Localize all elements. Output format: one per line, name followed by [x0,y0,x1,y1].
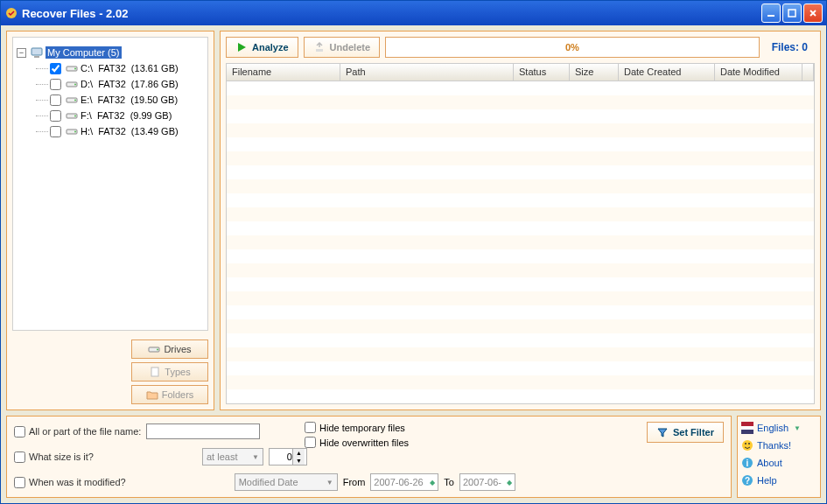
drive-label: C:\ FAT32 (13.61 GB) [81,63,179,74]
svg-point-19 [745,443,746,444]
close-button[interactable] [803,4,823,23]
link-language[interactable]: English ▼ [741,422,816,434]
svg-point-18 [742,440,753,451]
filter-icon [656,426,669,438]
col-size[interactable]: Size [570,64,619,80]
undelete-icon [313,41,326,53]
filter-name-input[interactable] [146,424,260,439]
date-to-input[interactable]: 2007-06-◆ [459,473,515,491]
drive-icon [65,108,79,122]
collapse-icon[interactable]: − [17,48,26,58]
modified-date-combo[interactable]: Modified Date▼ [235,473,338,491]
hide-over-check[interactable] [305,437,316,448]
svg-point-12 [74,116,76,117]
tab-drives[interactable]: Drives [131,340,208,359]
drive-check[interactable] [50,110,61,122]
filter-size-check[interactable] [14,452,25,463]
set-filter-button[interactable]: Set Filter [647,422,724,443]
drive-row[interactable]: F:\ FAT32 (9.99 GB) [36,108,204,123]
date-from-input[interactable]: 2007-06-26◆ [370,473,438,491]
grid-header[interactable]: Filename Path Status Size Date Created D… [227,64,814,81]
undelete-button[interactable]: Undelete [304,37,380,58]
col-spacer [802,64,814,80]
svg-point-8 [74,84,76,86]
drive-icon [65,61,79,75]
size-value-spin[interactable]: ▲▼ [269,448,307,466]
size-value-input[interactable] [270,452,292,462]
hide-over-label[interactable]: Hide overwritten files [305,437,409,448]
svg-rect-1 [767,15,774,17]
link-thanks[interactable]: Thanks! [741,439,816,452]
spin-down-icon[interactable]: ▼ [292,457,305,465]
drive-tree[interactable]: − My Computer (5) C:\ FAT32 (13.61 GB)D:… [12,37,208,331]
drive-label: H:\ FAT32 (13.49 GB) [81,126,179,136]
drive-row[interactable]: H:\ FAT32 (13.49 GB) [36,123,204,139]
minimize-button[interactable] [761,4,781,23]
chevron-down-icon: ▼ [252,453,259,461]
info-icon: i [741,457,753,469]
drive-label: D:\ FAT32 (17.86 GB) [81,79,179,89]
svg-rect-4 [34,56,39,58]
svg-point-16 [157,349,158,351]
grid-body[interactable] [227,81,814,403]
results-grid[interactable]: Filename Path Status Size Date Created D… [226,63,815,404]
col-date-modified[interactable]: Date Modified [715,64,802,80]
svg-point-10 [74,100,76,102]
drive-icon [65,77,79,91]
tab-types[interactable]: Types [131,362,208,382]
drive-check[interactable] [50,126,61,137]
filter-size-label[interactable]: What size is it? [14,452,94,463]
col-status[interactable]: Status [514,64,570,80]
files-count: Files: 0 [765,41,815,53]
links-panel: English ▼ Thanks! i About ? Help [737,416,821,498]
svg-text:?: ? [745,476,750,486]
drive-label: F:\ FAT32 (9.99 GB) [81,110,172,121]
tab-folders[interactable]: Folders [131,385,208,404]
drive-icon [148,343,160,355]
link-about[interactable]: i About [741,457,816,469]
svg-text:i: i [746,458,749,468]
tree-root-label[interactable]: My Computer (5) [46,46,122,59]
filter-name-label[interactable]: All or part of the file name: [14,426,141,438]
col-date-created[interactable]: Date Created [619,64,715,80]
spin-icon[interactable]: ◆ [430,479,435,486]
svg-point-6 [74,68,76,70]
flag-us-icon [741,422,753,434]
types-icon [149,366,161,378]
drive-label: E:\ FAT32 (19.50 GB) [81,94,178,105]
maximize-button[interactable] [782,4,802,23]
drive-icon [65,93,79,107]
svg-rect-2 [788,10,795,17]
drive-check[interactable] [50,94,61,106]
tree-root-node[interactable]: − My Computer (5) [17,45,204,60]
progress-bar: 0% [385,37,760,58]
hide-temp-label[interactable]: Hide temporary files [305,422,409,433]
filter-name-check[interactable] [14,426,25,438]
svg-rect-3 [32,48,42,55]
spin-icon[interactable]: ◆ [507,479,512,486]
titlebar[interactable]: Recover Files - 2.02 [1,1,826,25]
chevron-down-icon: ▼ [794,424,801,432]
col-filename[interactable]: Filename [227,64,340,80]
link-help[interactable]: ? Help [741,474,816,486]
svg-point-14 [74,131,76,133]
drive-row[interactable]: E:\ FAT32 (19.50 GB) [36,92,204,108]
svg-rect-17 [151,368,158,376]
filter-modified-label[interactable]: When was it modified? [14,477,126,488]
computer-icon [30,46,44,60]
window-title: Recover Files - 2.02 [22,7,761,20]
size-mode-combo[interactable]: at least▼ [202,448,263,466]
spin-up-icon[interactable]: ▲ [292,449,305,457]
right-panel: Analyze Undelete 0% Files: 0 Filename Pa… [220,31,821,410]
play-icon [235,41,248,53]
filter-modified-check[interactable] [14,477,25,488]
drive-row[interactable]: C:\ FAT32 (13.61 GB) [36,60,204,76]
drive-check[interactable] [50,63,61,74]
col-path[interactable]: Path [340,64,514,80]
drive-row[interactable]: D:\ FAT32 (17.86 GB) [36,76,204,92]
help-icon: ? [741,474,753,486]
filter-panel: All or part of the file name: What size … [6,416,732,498]
drive-check[interactable] [50,79,61,90]
analyze-button[interactable]: Analyze [226,37,298,58]
hide-temp-check[interactable] [305,422,316,433]
